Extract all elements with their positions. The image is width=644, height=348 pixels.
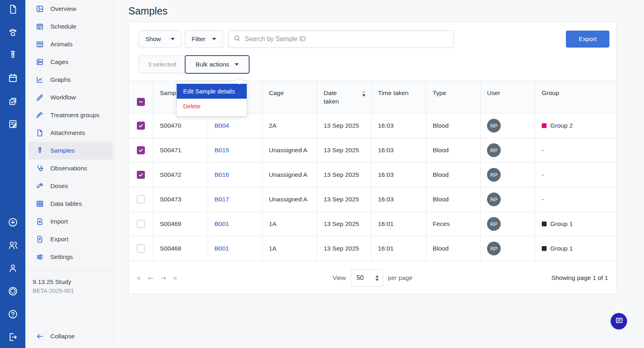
bulk-bar: 3 selected Bulk actions [138, 55, 616, 74]
row-checkbox[interactable] [137, 220, 145, 228]
chat-fab-button[interactable] [611, 313, 627, 329]
avatar: RP [487, 217, 501, 231]
sample-id-cell: S00471 [153, 138, 208, 162]
test-tube-icon[interactable] [8, 50, 18, 60]
date-taken-cell: 13 Sep 2025 [317, 212, 372, 236]
arrow-left-icon [36, 332, 44, 340]
export-button[interactable]: Export [566, 31, 609, 48]
animal-cell: B016 [208, 163, 262, 187]
help-icon[interactable] [8, 309, 18, 319]
menu-item-delete[interactable]: Delete [177, 99, 247, 114]
animal-link[interactable]: B001 [215, 220, 229, 228]
workflow-icon [36, 93, 44, 102]
date-taken-cell: 13 Sep 2025 [317, 114, 372, 138]
sidebar-item-attachments[interactable]: Attachments [29, 124, 113, 142]
user-cell: RP [481, 212, 535, 236]
sidebar-item-label: Schedule [50, 23, 76, 30]
rail-bottom-icons [8, 217, 18, 342]
stepper-down-icon[interactable] [376, 279, 379, 281]
tasks-icon[interactable] [8, 96, 18, 106]
attachments-icon [36, 129, 44, 137]
row-checkbox[interactable] [137, 195, 145, 203]
users-icon[interactable] [8, 240, 18, 251]
bulk-actions-label: Bulk actions [196, 61, 229, 68]
row-checkbox[interactable] [137, 122, 145, 130]
select-all-checkbox[interactable] [137, 98, 145, 106]
row-checkbox[interactable] [137, 171, 145, 179]
page-indicator: Showing page 1 of 1 [413, 274, 608, 282]
sidebar-item-data-tables[interactable]: Data tables [29, 195, 113, 213]
cage-cell: Unassigned A [262, 163, 317, 187]
column-header-label: Time taken [378, 89, 409, 97]
sidebar-item-treatment-groups[interactable]: Treatment groups [29, 106, 113, 124]
first-page-button[interactable]: « [137, 275, 141, 282]
menu-item-edit-sample-details[interactable]: Edit Sample details [177, 84, 247, 99]
per-page-stepper[interactable] [376, 275, 379, 281]
animal-cell: B004 [208, 114, 262, 138]
next-page-button[interactable]: → [161, 275, 166, 282]
previous-page-button[interactable]: ← [148, 275, 153, 282]
search-input[interactable] [245, 35, 448, 43]
sidebar-item-schedule[interactable]: Schedule [29, 18, 113, 35]
row-checkbox[interactable] [137, 244, 145, 253]
row-checkbox[interactable] [137, 146, 145, 154]
sidebar-item-animals[interactable]: Animals [29, 35, 113, 53]
per-page-control[interactable] [351, 269, 383, 287]
time-taken-cell: 16:01 [372, 236, 426, 261]
bulk-actions-button[interactable]: Bulk actions [185, 55, 250, 74]
animal-link[interactable]: B017 [215, 196, 229, 203]
sort-icon[interactable] [362, 89, 365, 97]
chevron-down-icon [171, 38, 175, 40]
sidebar-item-import[interactable]: Import [29, 213, 113, 230]
avatar: RP [487, 119, 501, 133]
sidebar-item-settings[interactable]: Settings [29, 248, 113, 266]
sidebar-item-doses[interactable]: Doses [29, 177, 113, 195]
treatment-groups-icon [36, 111, 44, 119]
animal-link[interactable]: B016 [215, 171, 229, 178]
rail [0, 0, 25, 348]
animal-link[interactable]: B001 [215, 245, 229, 252]
study-code: BETA-2025-001 [33, 288, 107, 294]
show-dropdown-button[interactable]: Show [138, 30, 182, 48]
samples-card: Show Filter Export 3 selected [128, 22, 617, 294]
animal-link[interactable]: B004 [215, 122, 229, 129]
data-tables-icon [36, 200, 44, 208]
table-row: S00471B015Unassigned A13 Sep 202516:03Bl… [129, 138, 616, 163]
sidebar-item-label: Export [50, 236, 68, 243]
sidebar-item-cages[interactable]: Cages [29, 53, 113, 71]
stepper-up-icon[interactable] [376, 275, 379, 278]
form-edit-icon[interactable] [8, 119, 18, 129]
animal-link[interactable]: B015 [215, 147, 229, 154]
type-cell: Blood [426, 138, 481, 162]
sidebar-item-export[interactable]: Export [29, 230, 113, 248]
search-box[interactable] [228, 30, 454, 48]
sidebar-item-observations[interactable]: Observations [29, 160, 113, 177]
sidebar-item-samples[interactable]: Samples [29, 142, 113, 160]
document-icon[interactable] [8, 4, 18, 14]
sidebar-item-label: Doses [50, 182, 68, 190]
sidebar-item-workflow[interactable]: Workflow [29, 89, 113, 106]
support-icon[interactable] [8, 286, 18, 296]
calendar-icon[interactable] [8, 73, 18, 83]
date-taken-cell: 13 Sep 2025 [317, 138, 372, 162]
row-select-cell [129, 163, 153, 187]
logout-icon[interactable] [8, 332, 18, 342]
row-select-cell [129, 138, 153, 162]
paw-icon[interactable] [8, 27, 18, 37]
show-label: Show [145, 35, 161, 43]
column-header-group: Group [535, 81, 616, 113]
sidebar-item-overview[interactable]: Overview [29, 0, 113, 18]
plus-circle-icon[interactable] [8, 217, 18, 228]
chevron-down-icon [235, 63, 239, 66]
sidebar-item-graphs[interactable]: Graphs [29, 71, 113, 89]
user-icon[interactable] [8, 263, 18, 273]
collapse-button[interactable]: Collapse [25, 325, 114, 348]
last-page-button[interactable]: » [173, 275, 177, 282]
samples-icon [36, 147, 44, 155]
group-color-swatch [542, 222, 547, 226]
sidebar-item-label: Attachments [50, 129, 85, 137]
filter-dropdown-button[interactable]: Filter [185, 30, 223, 48]
avatar: RP [487, 242, 501, 255]
per-page-control-group: View per page [332, 269, 413, 287]
per-page-input[interactable] [351, 274, 369, 282]
